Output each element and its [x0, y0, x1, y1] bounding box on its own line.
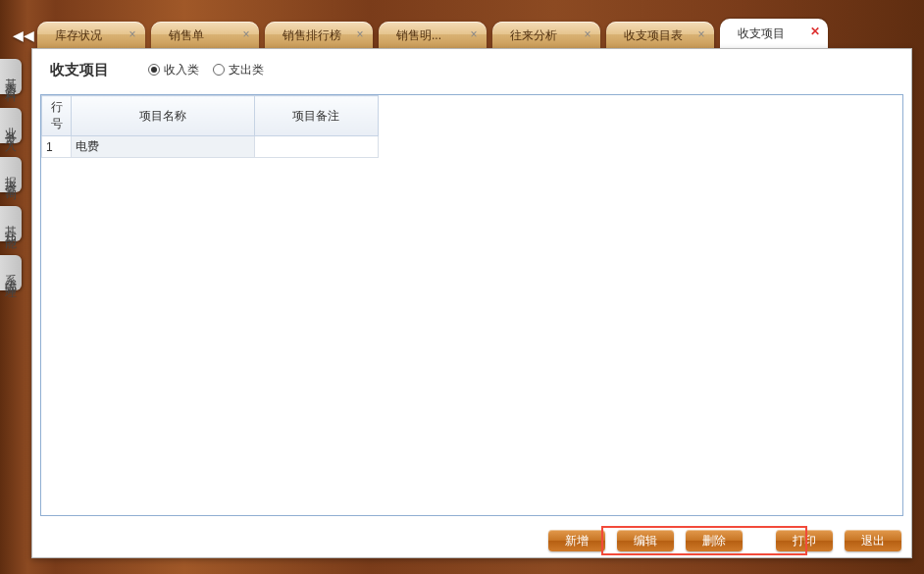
- tab-income-expense-items[interactable]: 收支项目 ✕: [720, 19, 828, 49]
- close-icon[interactable]: ×: [126, 27, 139, 41]
- close-icon[interactable]: ×: [581, 27, 594, 41]
- tab-label: 往来分析: [510, 27, 557, 44]
- radio-icon: [148, 64, 160, 76]
- close-icon[interactable]: ×: [239, 27, 253, 41]
- main-panel: 收支项目 收入类 支出类 行号 项目名称 项目备注 1电费 新增: [31, 48, 912, 558]
- edit-button[interactable]: 编辑: [617, 530, 674, 551]
- data-grid[interactable]: 行号 项目名称 项目备注 1电费: [40, 94, 903, 516]
- category-radio-group: 收入类 支出类: [148, 62, 264, 78]
- col-header-remark[interactable]: 项目备注: [254, 96, 378, 136]
- tabs-scroll-left[interactable]: ◀◀: [10, 22, 37, 49]
- tab-label: 库存状况: [55, 27, 102, 44]
- col-header-name[interactable]: 项目名称: [72, 96, 255, 136]
- cell-remark[interactable]: [254, 136, 378, 158]
- tab-sales-ranking[interactable]: 销售排行榜 ×: [265, 22, 373, 49]
- tab-label: 销售排行榜: [282, 27, 341, 44]
- close-icon[interactable]: ✕: [808, 25, 822, 38]
- close-icon[interactable]: ×: [467, 27, 481, 41]
- close-icon[interactable]: ×: [694, 27, 708, 41]
- table-row[interactable]: 1电费: [42, 136, 379, 158]
- exit-button[interactable]: 退出: [845, 530, 901, 551]
- tab-sales-detail[interactable]: 销售明... ×: [379, 22, 487, 49]
- sidemenu-basic-data[interactable]: 基本资料: [0, 59, 22, 94]
- col-header-rownum[interactable]: 行号: [42, 96, 72, 136]
- panel-header: 收支项目 收入类 支出类: [32, 49, 911, 90]
- sidemenu-business-entry[interactable]: 业务录入: [0, 108, 22, 143]
- sidemenu-report-query[interactable]: 报表查询: [0, 157, 22, 192]
- tab-bar: ◀◀ 库存状况 × 销售单 × 销售排行榜 × 销售明... × 往来分析 × …: [10, 18, 924, 49]
- cell-rownum: 1: [42, 136, 72, 158]
- delete-button[interactable]: 删除: [686, 530, 743, 551]
- sidemenu-system-manage[interactable]: 系统管理: [0, 255, 22, 290]
- print-button[interactable]: 打印: [776, 530, 833, 551]
- side-menu: 基本资料 业务录入 报表查询 其它功能 系统管理: [0, 59, 22, 290]
- radio-label: 支出类: [229, 62, 264, 78]
- tab-ar-analysis[interactable]: 往来分析 ×: [492, 22, 600, 49]
- tab-label: 收支项目表: [624, 27, 683, 44]
- tab-inventory[interactable]: 库存状况 ×: [37, 22, 145, 49]
- footer-toolbar: 新增 编辑 删除 打印 退出: [548, 530, 901, 551]
- radio-icon: [213, 64, 225, 76]
- tab-label: 销售明...: [396, 27, 441, 44]
- cell-name[interactable]: 电费: [72, 136, 255, 158]
- sidemenu-other-functions[interactable]: 其它功能: [0, 206, 22, 241]
- table-header-row: 行号 项目名称 项目备注: [42, 96, 379, 136]
- radio-income[interactable]: 收入类: [148, 62, 199, 78]
- close-icon[interactable]: ×: [353, 27, 367, 41]
- add-button[interactable]: 新增: [548, 530, 605, 551]
- panel-title: 收支项目: [50, 61, 109, 79]
- tab-income-expense-report[interactable]: 收支项目表 ×: [606, 22, 714, 49]
- radio-expense[interactable]: 支出类: [213, 62, 264, 78]
- tab-sales-order[interactable]: 销售单 ×: [151, 22, 259, 49]
- tab-label: 收支项目: [738, 26, 785, 42]
- radio-label: 收入类: [164, 62, 199, 78]
- tab-label: 销售单: [169, 27, 204, 44]
